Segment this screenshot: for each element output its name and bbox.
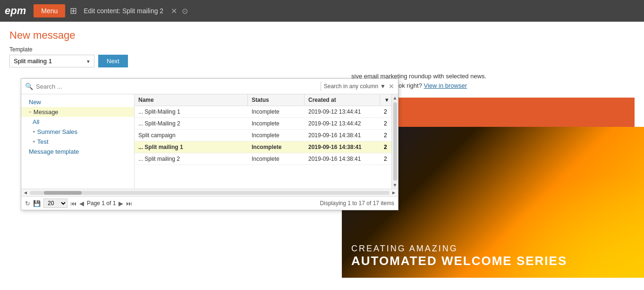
- table-row[interactable]: ... Split-Mailing 1 Incomplete 2019-09-1…: [135, 106, 391, 118]
- col-header-created: Created at: [305, 94, 380, 106]
- tree-expand-icon: −: [29, 109, 32, 115]
- hscroll-left-button[interactable]: ◄: [21, 190, 30, 195]
- col-header-status: Status: [248, 94, 305, 106]
- cell-status: Incomplete: [248, 130, 305, 141]
- cell-created: 2019-09-16 14:38:41: [305, 130, 380, 141]
- popup-hscroll: ◄ ►: [21, 189, 398, 196]
- logo: epm: [5, 5, 26, 17]
- cell-extra: 2: [380, 130, 391, 141]
- cell-extra: 2: [380, 106, 391, 117]
- tree-expand-icon: +: [33, 129, 35, 134]
- tree-item-label: Message template: [29, 148, 79, 155]
- tab-title: Edit content: Split mailing 2: [84, 7, 163, 15]
- tree-item-test[interactable]: + Test: [21, 137, 134, 147]
- search-clear-button[interactable]: ✕: [389, 83, 394, 90]
- image-title: AUTOMATED WELCOME SERIES: [351, 254, 635, 268]
- hscroll-right-button[interactable]: ►: [390, 190, 398, 195]
- tree-item-label: All: [33, 118, 39, 125]
- pagination-display: Displaying 1 to 17 of 17 items: [320, 200, 394, 207]
- cell-created: 2019-09-16 14:38:41: [305, 153, 380, 165]
- cell-name: ... Split mailing 2: [135, 153, 248, 165]
- cell-created: 2019-09-16 14:38:41: [305, 141, 380, 153]
- table-header: Name Status Created at ▾: [135, 94, 391, 106]
- cell-extra: 2: [380, 153, 391, 165]
- search-column-button[interactable]: Search in any column ▼: [324, 83, 386, 90]
- menu-button[interactable]: Menu: [34, 4, 65, 17]
- template-select-wrapper: Split mailing 1: [9, 55, 94, 67]
- tree-panel: New − Message All + Summer Sales + Test: [21, 94, 135, 189]
- table-row[interactable]: ... Split-Mailing 2 Incomplete 2019-09-1…: [135, 118, 391, 130]
- cell-created: 2019-09-12 13:44:41: [305, 106, 380, 117]
- popup-pagination: ↻ 💾 20 10 50 100 ⏮ ◀ Page 1 of 1 ▶ ⏭ Dis…: [21, 196, 398, 210]
- tree-item-message[interactable]: − Message: [21, 107, 134, 117]
- cell-status: Incomplete: [248, 153, 305, 165]
- scroll-handle: ▲ ▼: [391, 94, 398, 189]
- tree-expand-icon: +: [33, 139, 35, 144]
- table-row[interactable]: ... Split mailing 2 Incomplete 2019-09-1…: [135, 153, 391, 165]
- scroll-up-button[interactable]: ▲: [392, 94, 398, 101]
- cell-name: ... Split mailing 1: [135, 141, 248, 153]
- first-page-button[interactable]: ⏮: [70, 200, 76, 207]
- scroll-down-button[interactable]: ▼: [392, 182, 398, 189]
- template-label: Template: [9, 46, 635, 53]
- tree-item-all[interactable]: All: [21, 117, 134, 127]
- cell-created: 2019-09-12 13:44:42: [305, 118, 380, 129]
- tree-item-label: Message: [34, 108, 59, 116]
- col-sort-icon[interactable]: ▾: [380, 97, 391, 103]
- topbar: epm Menu ⊞ Edit content: Split mailing 2…: [0, 0, 644, 22]
- scroll-thumb[interactable]: [393, 102, 397, 181]
- tree-item-label: Test: [37, 138, 49, 145]
- page-size-select[interactable]: 20 10 50 100: [43, 199, 68, 208]
- search-icon: 🔍: [25, 83, 33, 90]
- tree-item-new[interactable]: New: [21, 97, 134, 107]
- close-tab-button[interactable]: ✕: [171, 7, 177, 16]
- search-column-label: Search in any column: [324, 83, 378, 90]
- table-body: ... Split-Mailing 1 Incomplete 2019-09-1…: [135, 106, 391, 189]
- main-area: New message Template Split mailing 1 Nex…: [0, 22, 644, 290]
- page-title: New message: [0, 22, 644, 46]
- chevron-down-icon: ▼: [380, 83, 386, 90]
- table-row-selected[interactable]: ... Split mailing 1 Incomplete 2019-09-1…: [135, 141, 391, 153]
- cell-extra: 2: [380, 141, 391, 153]
- view-in-browser-link[interactable]: View in browser: [424, 82, 467, 89]
- last-page-button[interactable]: ⏭: [126, 200, 132, 207]
- popup-search-bar: 🔍 Search in any column ▼ ✕: [21, 79, 398, 94]
- tab-icon[interactable]: ⊞: [70, 6, 77, 16]
- template-select[interactable]: Split mailing 1: [9, 55, 94, 67]
- col-header-name: Name: [135, 94, 248, 106]
- cell-status: Incomplete: [248, 106, 305, 117]
- cell-status: Incomplete: [248, 118, 305, 129]
- search-input[interactable]: [36, 83, 318, 90]
- tree-item-summer-sales[interactable]: + Summer Sales: [21, 127, 134, 137]
- popup-panel: 🔍 Search in any column ▼ ✕ New − Message: [21, 78, 398, 210]
- tree-item-label: Summer Sales: [37, 128, 77, 135]
- hscroll-track: [30, 191, 390, 195]
- cell-name: Split campaign: [135, 130, 248, 141]
- popup-body: New − Message All + Summer Sales + Test: [21, 94, 398, 189]
- tree-item-label: New: [29, 99, 41, 106]
- search-divider: [321, 82, 321, 91]
- refresh-button[interactable]: ↻: [25, 200, 30, 207]
- table-panel: Name Status Created at ▾ ... Split-Maili…: [135, 94, 391, 189]
- cell-status: Incomplete: [248, 141, 305, 153]
- next-button[interactable]: Next: [98, 55, 128, 67]
- prev-page-button[interactable]: ◀: [79, 200, 84, 207]
- table-row[interactable]: Split campaign Incomplete 2019-09-16 14:…: [135, 130, 391, 141]
- page-info: Page 1 of 1: [87, 200, 116, 207]
- help-icon[interactable]: ⊙: [182, 7, 188, 16]
- cell-name: ... Split-Mailing 2: [135, 118, 248, 129]
- cell-name: ... Split-Mailing 1: [135, 106, 248, 117]
- tree-item-message-template[interactable]: Message template: [21, 147, 134, 157]
- save-button[interactable]: 💾: [33, 200, 41, 207]
- cell-extra: 2: [380, 118, 391, 129]
- next-page-button[interactable]: ▶: [119, 200, 123, 207]
- preview-image-overlay: CREATING AMAZING AUTOMATED WELCOME SERIE…: [342, 234, 644, 278]
- hscroll-thumb[interactable]: [44, 191, 82, 195]
- image-subtitle: CREATING AMAZING: [351, 244, 635, 254]
